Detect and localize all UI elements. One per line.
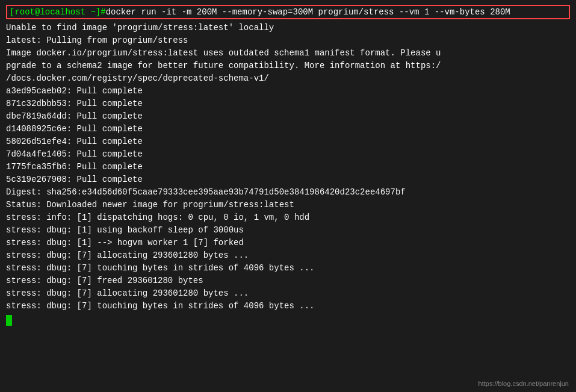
output-line: 871c32dbbb53: Pull complete bbox=[6, 98, 570, 110]
output-line: pgrade to a schema2 image for better fut… bbox=[6, 60, 570, 72]
output-line: stress: dbug: [7] allocating 293601280 b… bbox=[6, 287, 570, 300]
output-line: stress: info: [1] dispatching hogs: 0 cp… bbox=[6, 211, 570, 224]
shell-prompt: [root@localhost ~]# bbox=[10, 7, 106, 17]
output-line: latest: Pulling from progrium/stress bbox=[6, 34, 570, 47]
output-line: stress: dbug: [7] touching bytes in stri… bbox=[6, 300, 570, 313]
output-line: Unable to find image 'progrium/stress:la… bbox=[6, 22, 570, 34]
output-line: 5c319e267908: Pull complete bbox=[6, 173, 570, 186]
output-line: stress: dbug: [1] --> hogvm worker 1 [7]… bbox=[6, 237, 570, 249]
output-line: 7d04a4fe1405: Pull complete bbox=[6, 148, 570, 161]
output-line: d14088925c6e: Pull complete bbox=[6, 123, 570, 135]
output-line: stress: dbug: [7] allocating 293601280 b… bbox=[6, 249, 570, 262]
output-line: /docs.docker.com/registry/spec/deprecate… bbox=[6, 72, 570, 85]
output-line: 58026d51efe4: Pull complete bbox=[6, 135, 570, 148]
command-text: docker run -it -m 200M --memory-swap=300… bbox=[106, 7, 510, 17]
output-line: stress: dbug: [7] touching bytes in stri… bbox=[6, 262, 570, 275]
output-line: stress: dbug: [1] using backoff sleep of… bbox=[6, 224, 570, 237]
output-line: a3ed95caeb02: Pull complete bbox=[6, 85, 570, 98]
output-line: Digest: sha256:e34d56d60f5caae79333cee39… bbox=[6, 186, 570, 199]
terminal-cursor bbox=[6, 315, 12, 326]
output-line: stress: dbug: [7] freed 293601280 bytes bbox=[6, 275, 570, 287]
watermark: https://blog.csdn.net/panrenjun bbox=[478, 380, 569, 387]
output-line: 1775fca35fb6: Pull complete bbox=[6, 161, 570, 173]
output-block: Unable to find image 'progrium/stress:la… bbox=[6, 22, 570, 326]
output-line: dbe7819a64dd: Pull complete bbox=[6, 110, 570, 123]
terminal-window: [root@localhost ~]# docker run -it -m 20… bbox=[0, 0, 576, 392]
output-line: Status: Downloaded newer image for progr… bbox=[6, 199, 570, 211]
cursor-line bbox=[6, 313, 570, 326]
output-line: Image docker.io/progrium/stress:latest u… bbox=[6, 47, 570, 60]
command-block: [root@localhost ~]# docker run -it -m 20… bbox=[6, 5, 570, 19]
